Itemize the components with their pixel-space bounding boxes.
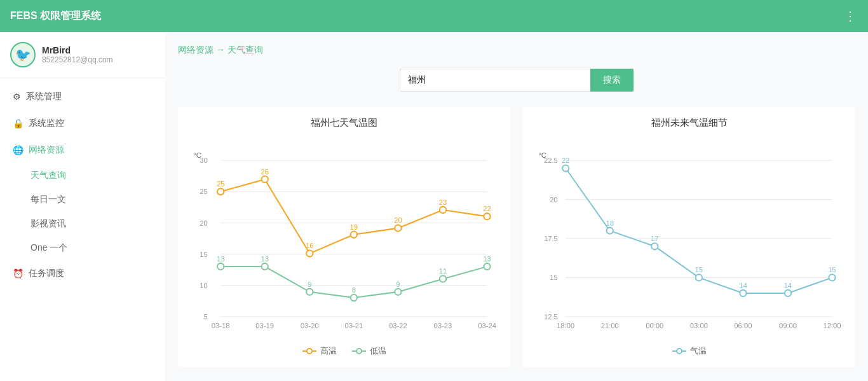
more-options-icon[interactable]: ⋮	[844, 8, 858, 24]
sidebar: 🐦 MrBird 852252812@qq.com ⚙ 系统管理 🔒 系统监控 …	[0, 32, 165, 381]
svg-text:17.5: 17.5	[544, 235, 558, 242]
app-title: FEBS 权限管理系统	[10, 10, 101, 23]
svg-point-35	[262, 263, 268, 270]
sidebar-item-daily[interactable]: 每日一文	[0, 188, 165, 212]
svg-text:9: 9	[308, 281, 311, 288]
globe-icon: 🌐	[13, 145, 24, 155]
user-name: MrBird	[42, 45, 113, 55]
sidebar-item-label: 任务调度	[29, 268, 64, 279]
sidebar-item-label: 系统管理	[26, 91, 62, 102]
layout: 🐦 MrBird 852252812@qq.com ⚙ 系统管理 🔒 系统监控 …	[0, 32, 868, 381]
svg-text:22: 22	[483, 205, 491, 212]
svg-text:25: 25	[200, 188, 208, 195]
svg-text:14: 14	[784, 282, 792, 289]
user-email: 852252812@qq.com	[42, 55, 113, 64]
svg-text:8: 8	[352, 286, 356, 294]
search-input[interactable]	[400, 69, 590, 92]
legend-high: 高温	[302, 345, 337, 357]
svg-point-22	[306, 250, 313, 256]
clock-icon: ⏰	[13, 268, 24, 279]
svg-text:21:00: 21:00	[601, 322, 619, 329]
legend-temp: 气温	[672, 345, 707, 357]
svg-text:12.5: 12.5	[544, 313, 558, 321]
svg-text:12:00: 12:00	[823, 322, 841, 329]
user-profile: 🐦 MrBird 852252812@qq.com	[0, 32, 165, 78]
svg-point-40	[484, 263, 490, 270]
svg-point-25	[440, 207, 446, 213]
svg-text:30: 30	[200, 156, 208, 164]
chart2-legend: 气温	[533, 345, 845, 357]
svg-point-38	[395, 289, 401, 295]
svg-point-39	[440, 275, 446, 282]
svg-text:22.5: 22.5	[544, 156, 558, 164]
svg-point-20	[217, 188, 224, 195]
lock-icon: 🔒	[13, 118, 24, 128]
svg-text:03-24: 03-24	[478, 322, 496, 329]
svg-text:03-20: 03-20	[301, 322, 319, 329]
sidebar-item-system-manage[interactable]: ⚙ 系统管理	[0, 83, 165, 110]
svg-text:20: 20	[550, 196, 558, 204]
search-bar: 搜索	[178, 69, 855, 92]
svg-text:5: 5	[203, 313, 207, 321]
sidebar-item-label: 系统监控	[29, 118, 64, 129]
search-button[interactable]: 搜索	[590, 69, 634, 92]
svg-text:19: 19	[350, 223, 358, 231]
svg-text:15: 15	[200, 251, 208, 258]
svg-text:26: 26	[261, 168, 269, 176]
svg-point-71	[607, 228, 613, 234]
sidebar-item-task-schedule[interactable]: ⏰ 任务调度	[0, 260, 165, 287]
sidebar-item-movies[interactable]: 影视资讯	[0, 212, 165, 236]
sidebar-item-network-resource[interactable]: 🌐 网络资源	[0, 137, 165, 163]
svg-point-34	[217, 263, 224, 270]
svg-point-51	[356, 349, 362, 354]
header: FEBS 权限管理系统 ⋮	[0, 0, 868, 32]
svg-text:23: 23	[439, 198, 447, 206]
svg-text:18:00: 18:00	[557, 322, 574, 329]
gear-icon: ⚙	[13, 92, 21, 102]
main-content: 网络资源 → 天气查询 搜索 福州七天气温图 °C	[165, 32, 868, 381]
legend-low: 低温	[352, 345, 386, 357]
svg-text:22: 22	[562, 156, 570, 164]
svg-text:03-22: 03-22	[389, 322, 407, 329]
svg-text:13: 13	[483, 255, 491, 263]
breadcrumb-parent: 网络资源	[178, 45, 214, 55]
sidebar-item-weather[interactable]: 天气查询	[0, 163, 165, 188]
svg-text:20: 20	[394, 216, 402, 224]
legend-high-label: 高温	[320, 345, 337, 357]
user-details: MrBird 852252812@qq.com	[42, 45, 113, 64]
svg-point-21	[262, 176, 268, 183]
breadcrumb-separator: →	[216, 45, 227, 55]
breadcrumb: 网络资源 → 天气查询	[178, 45, 855, 56]
svg-point-36	[306, 289, 313, 295]
chart2-title: 福州未来气温细节	[533, 117, 845, 129]
svg-point-49	[307, 349, 312, 354]
sidebar-item-one[interactable]: One 一个	[0, 236, 165, 260]
svg-text:18: 18	[606, 219, 614, 227]
svg-text:09:00: 09:00	[779, 322, 797, 329]
svg-point-85	[677, 349, 682, 354]
svg-text:15: 15	[695, 266, 703, 274]
svg-text:16: 16	[306, 242, 314, 249]
svg-text:25: 25	[217, 180, 225, 188]
svg-text:03-19: 03-19	[255, 322, 274, 329]
legend-temp-label: 气温	[690, 345, 707, 357]
charts-row: 福州七天气温图 °C 30 25 20	[178, 107, 855, 367]
svg-point-70	[562, 165, 569, 171]
svg-text:15: 15	[550, 274, 558, 281]
svg-text:03-23: 03-23	[434, 322, 452, 329]
sidebar-item-label: 网络资源	[29, 144, 64, 156]
svg-point-37	[351, 294, 357, 301]
svg-text:03:00: 03:00	[690, 322, 708, 329]
svg-text:03-21: 03-21	[344, 322, 363, 329]
svg-point-74	[740, 290, 746, 296]
svg-point-76	[829, 274, 835, 281]
chart1-legend: 高温 低温	[188, 345, 500, 357]
svg-point-23	[351, 232, 357, 238]
chart2-area: °C 22.5 20 17.5 15 12.5	[533, 137, 845, 340]
sidebar-item-system-monitor[interactable]: 🔒 系统监控	[0, 110, 165, 137]
svg-text:14: 14	[739, 282, 747, 289]
svg-point-24	[395, 225, 401, 232]
breadcrumb-current: 天气查询	[227, 45, 263, 55]
svg-point-75	[785, 290, 791, 296]
svg-text:11: 11	[439, 267, 447, 275]
